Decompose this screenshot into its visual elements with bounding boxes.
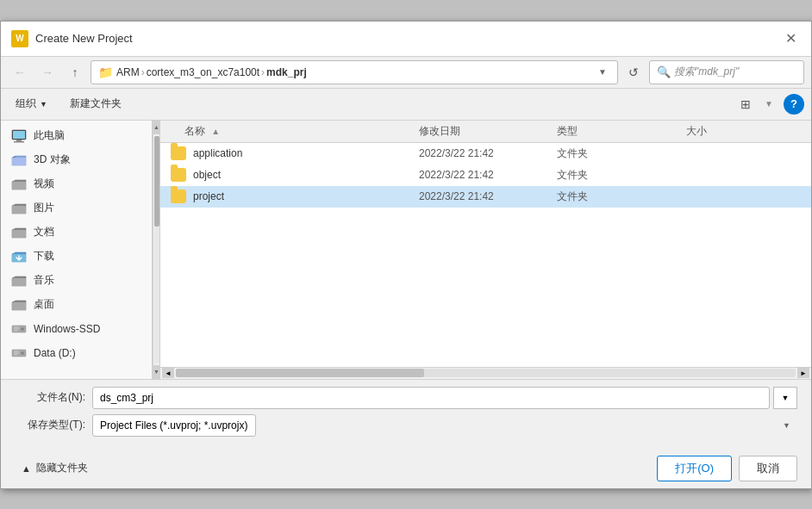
file-header: 名称 ▲ 修改日期 类型 大小 [160,121,811,143]
data-d-icon [11,345,27,361]
file-name-application-text: application [193,147,242,159]
file-row-application[interactable]: application 2022/3/22 21:42 文件夹 [160,143,811,164]
sidebar-item-data-d[interactable]: Data (D:) [1,341,152,365]
hide-folder-button[interactable]: ▲ 隐藏文件夹 [15,457,95,479]
sidebar-item-3d[interactable]: 3D 对象 [1,148,152,172]
file-type-object: 文件夹 [557,168,686,183]
file-row-project[interactable]: project 2022/3/22 21:42 文件夹 [160,186,811,208]
svg-rect-5 [12,182,26,189]
sidebar-item-pictures[interactable]: 图片 [1,196,152,220]
svg-point-12 [21,327,24,331]
filename-label: 文件名(N): [15,390,92,405]
col-date-header[interactable]: 修改日期 [419,124,557,139]
main-content: 此电脑 3D 对象 [1,121,811,379]
h-scrollbar[interactable]: ◄ ► [160,367,811,379]
view-dropdown-arrow[interactable]: ▼ [765,99,773,109]
address-bar[interactable]: 📁 ARM › cortex_m3_on_xc7a100t › mdk_prj … [91,60,618,84]
h-scroll-left-btn[interactable]: ◄ [162,368,174,378]
filename-input[interactable] [92,387,770,409]
svg-rect-1 [13,131,25,139]
file-type-project: 文件夹 [557,189,686,204]
sidebar-item-documents[interactable]: 文档 [1,220,152,245]
sidebar-scroll-down[interactable]: ▼ [153,365,160,379]
up-button[interactable]: ↑ [63,60,87,84]
back-button[interactable]: ← [8,60,32,84]
help-button[interactable]: ? [784,94,804,115]
sidebar-item-downloads-label: 下载 [34,249,54,264]
svg-rect-6 [12,206,26,214]
close-button[interactable]: ✕ [780,28,801,49]
filename-dropdown-btn[interactable]: ▼ [773,387,797,409]
filetype-label: 保存类型(T): [15,418,92,432]
sidebar-item-music-label: 音乐 [34,273,54,288]
sidebar-item-windows-ssd-label: Windows-SSD [34,323,100,335]
window-title: Create New Project [35,32,133,45]
title-bar-controls: ✕ [780,28,801,49]
h-scroll-track [176,369,796,377]
organize-label: 组织 [16,96,36,111]
filename-row: 文件名(N): ▼ [15,387,797,409]
h-scroll-right-btn[interactable]: ► [797,368,809,378]
svg-rect-2 [16,140,22,141]
file-name-object-text: object [193,169,221,181]
sidebar-item-computer[interactable]: 此电脑 [1,124,152,148]
address-dropdown-button[interactable]: ▼ [595,65,610,80]
sidebar-scroll-up[interactable]: ▲ [153,121,160,134]
breadcrumb: ARM › cortex_m3_on_xc7a100t › mdk_prj [116,66,591,78]
col-type-header[interactable]: 类型 [557,124,686,139]
search-icon: 🔍 [657,65,671,78]
col-name-header[interactable]: 名称 ▲ [160,124,419,139]
refresh-button[interactable]: ↺ [621,60,646,84]
filetype-select[interactable]: Project Files (*.uvproj; *.uvprojx) [92,414,256,437]
file-date-project: 2022/3/22 21:42 [419,190,557,202]
pictures-folder-icon [11,201,27,216]
file-type-application: 文件夹 [557,146,686,161]
cancel-button[interactable]: 取消 [739,456,797,481]
sidebar-item-downloads[interactable]: 下载 [1,245,152,269]
search-bar[interactable]: 🔍 搜索"mdk_prj" [649,60,804,84]
breadcrumb-sep-2: › [261,66,265,78]
documents-folder-icon [11,225,27,240]
desktop-folder-icon [11,297,27,313]
h-scroll-thumb[interactable] [176,369,424,377]
breadcrumb-cortex[interactable]: cortex_m3_on_xc7a100t [147,66,259,78]
sidebar: 此电脑 3D 对象 [1,121,153,379]
organize-chevron: ▼ [40,100,47,109]
sidebar-scrollbar[interactable]: ▲ ▼ [153,121,159,379]
col-size-header[interactable]: 大小 [686,124,772,139]
svg-point-17 [21,351,24,355]
hide-folder-label: 隐藏文件夹 [36,461,88,475]
sidebar-item-desktop[interactable]: 桌面 [1,293,152,317]
forward-button[interactable]: → [35,60,59,84]
svg-rect-10 [12,302,26,310]
sidebar-item-pictures-label: 图片 [34,201,54,215]
open-button[interactable]: 打开(O) [657,456,732,481]
file-name-project-text: project [193,190,224,202]
view-button[interactable]: ⊞ [734,92,758,116]
sidebar-item-windows-ssd[interactable]: Windows-SSD [1,317,152,341]
new-folder-button[interactable]: 新建文件夹 [62,93,129,115]
file-date-application: 2022/3/22 21:42 [419,147,557,159]
file-row-object[interactable]: object 2022/3/22 21:42 文件夹 [160,164,811,186]
sidebar-scroll-thumb[interactable] [154,136,159,227]
sidebar-item-music[interactable]: 音乐 [1,269,152,293]
svg-rect-9 [12,278,26,286]
organize-toolbar: 组织 ▼ 新建文件夹 ⊞ ▼ ? [1,89,811,121]
sidebar-item-video[interactable]: 视频 [1,172,152,196]
file-name-object: object [160,168,419,182]
file-list: application 2022/3/22 21:42 文件夹 object 2… [160,143,811,367]
breadcrumb-mdk[interactable]: mdk_prj [266,66,307,78]
action-buttons: 打开(O) 取消 [657,456,797,481]
3d-folder-icon [11,152,27,168]
breadcrumb-arm[interactable]: ARM [116,66,140,78]
video-folder-icon [11,177,27,192]
windows-ssd-icon [11,321,27,337]
sidebar-scroll-track [154,136,159,363]
organize-button[interactable]: 组织 ▼ [8,93,55,115]
file-name-project: project [160,189,419,203]
app-icon: W [11,30,28,47]
sidebar-item-computer-label: 此电脑 [34,128,65,143]
filetype-select-wrapper: Project Files (*.uvproj; *.uvprojx) [92,414,797,437]
breadcrumb-sep-1: › [141,66,145,78]
title-bar: W Create New Project ✕ [1,22,811,57]
